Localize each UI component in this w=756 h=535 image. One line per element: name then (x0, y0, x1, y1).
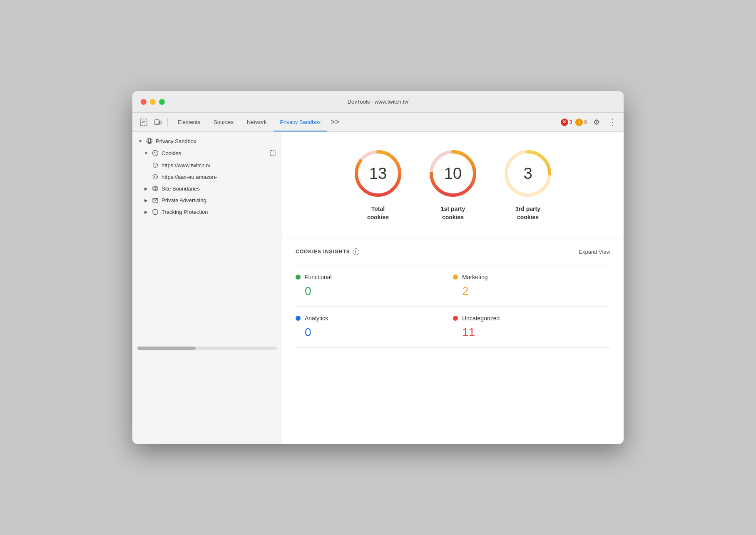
arrow-icon: ▶ (143, 197, 149, 203)
functional-header: Functional (296, 274, 453, 280)
toolbar-divider (167, 118, 168, 126)
insights-header: COOKIES INSIGHTS i Expand View (296, 248, 610, 255)
main-panel: 13 Totalcookies (282, 132, 624, 444)
minimize-button[interactable] (150, 99, 156, 105)
analytics-count: 0 (296, 326, 453, 339)
third-party-label: 3rd partycookies (515, 205, 540, 221)
arrow-icon: ▶ (143, 209, 149, 215)
arrow-icon: ▶ (143, 186, 149, 191)
sidebar-label: Tracking Protection (162, 209, 277, 215)
svg-rect-10 (270, 151, 275, 156)
cookie-icon (152, 149, 159, 157)
sidebar-item-site-boundaries[interactable]: ▶ Site Boundaries (132, 183, 282, 194)
marketing-count: 2 (453, 285, 610, 298)
titlebar: DevTools - www.twitch.tv/ (132, 91, 624, 113)
svg-point-7 (154, 152, 155, 153)
cookie-stats: 13 Totalcookies (282, 132, 624, 238)
devtools-window: DevTools - www.twitch.tv/ Elements Sourc… (132, 91, 624, 444)
cookie-icon (152, 173, 159, 181)
inspect-icon[interactable] (137, 116, 150, 129)
svg-point-8 (155, 154, 156, 154)
svg-point-6 (153, 151, 158, 156)
total-count: 13 (369, 165, 387, 183)
sidebar-item-amazon[interactable]: https://aax-eu.amazon- (132, 171, 282, 183)
uncategorized-label: Uncategorized (462, 315, 500, 322)
scrollbar-thumb (137, 347, 196, 350)
uncategorized-dot (453, 316, 458, 321)
svg-point-12 (154, 165, 155, 166)
expand-view-button[interactable]: Expand View (579, 249, 610, 255)
first-party-label: 1st partycookies (441, 205, 465, 221)
insight-analytics: Analytics 0 (296, 307, 453, 348)
svg-point-13 (156, 166, 157, 166)
maximize-button[interactable] (159, 99, 165, 105)
insights-section: COOKIES INSIGHTS i Expand View Functiona… (282, 238, 624, 358)
insights-info-icon[interactable]: i (353, 248, 359, 255)
tracking-protection-icon (152, 208, 159, 215)
sidebar: ▼ Privacy Sandbox ▼ (132, 132, 282, 444)
third-party-circle: 3 (503, 149, 553, 198)
uncategorized-count: 11 (453, 326, 610, 339)
sidebar-label: Private Advertising (162, 197, 277, 203)
more-options-button[interactable]: ⋮ (606, 116, 619, 129)
svg-point-17 (156, 177, 157, 178)
marketing-dot (453, 275, 458, 280)
insight-functional: Functional 0 (296, 265, 453, 307)
sidebar-label: Privacy Sandbox (156, 138, 277, 144)
sidebar-label: https://www.twitch.tv (162, 162, 277, 168)
first-party-count: 10 (444, 165, 462, 183)
horizontal-scrollbar[interactable] (132, 342, 282, 354)
scrollbar-track (137, 347, 277, 350)
arrow-icon: ▼ (143, 150, 149, 156)
marketing-header: Marketing (453, 274, 610, 280)
cookie-icon (152, 161, 159, 169)
total-circle: 13 (353, 149, 403, 198)
insight-marketing: Marketing 2 (453, 265, 610, 307)
marketing-label: Marketing (462, 274, 487, 280)
toolbar-tabs: Elements Sources Network Privacy Sandbox… (171, 113, 559, 131)
svg-point-15 (153, 175, 158, 179)
sidebar-item-tracking-protection[interactable]: ▶ Tracking Protection (132, 206, 282, 218)
privacy-sandbox-icon (146, 137, 153, 145)
sidebar-item-cookies[interactable]: ▼ Cookies (132, 147, 282, 159)
analytics-label: Analytics (305, 315, 328, 322)
svg-point-11 (153, 163, 158, 168)
more-tabs-button[interactable]: >> (327, 118, 343, 126)
warning-icon: ! (575, 119, 583, 126)
third-party-count: 3 (523, 165, 532, 183)
functional-label: Functional (305, 274, 332, 280)
close-button[interactable] (141, 99, 147, 105)
sidebar-item-privacy-sandbox[interactable]: ▼ Privacy Sandbox (132, 135, 282, 147)
arrow-icon: ▼ (137, 138, 143, 144)
svg-point-14 (156, 164, 156, 165)
total-cookies-stat: 13 Totalcookies (353, 149, 403, 221)
settings-button[interactable]: ⚙ (590, 116, 603, 129)
insights-title: COOKIES INSIGHTS i (296, 248, 359, 255)
sidebar-item-twitch[interactable]: https://www.twitch.tv (132, 159, 282, 171)
sidebar-label: Site Boundaries (162, 186, 277, 192)
tab-network[interactable]: Network (240, 113, 274, 131)
device-icon[interactable] (152, 116, 164, 129)
functional-count: 0 (296, 285, 453, 298)
window-title: DevTools - www.twitch.tv/ (348, 99, 409, 105)
insights-grid: Functional 0 Marketing 2 (296, 265, 610, 348)
sidebar-item-private-advertising[interactable]: ▶ Private Advertising (132, 194, 282, 206)
tab-elements[interactable]: Elements (171, 113, 207, 131)
analytics-dot (296, 316, 301, 321)
toolbar-right: ✕ 3 ! 6 ⚙ ⋮ (561, 116, 619, 129)
sidebar-label: https://aax-eu.amazon- (162, 174, 277, 180)
third-party-stat: 3 3rd partycookies (503, 149, 553, 221)
functional-dot (296, 275, 301, 280)
select-icon[interactable] (269, 149, 277, 157)
first-party-stat: 10 1st partycookies (428, 149, 478, 221)
error-badge[interactable]: ✕ 3 (561, 119, 572, 126)
tab-sources[interactable]: Sources (207, 113, 240, 131)
total-label: Totalcookies (367, 205, 389, 221)
private-advertising-icon (152, 196, 159, 204)
warning-badge[interactable]: ! 6 (575, 119, 587, 126)
error-icon: ✕ (561, 119, 568, 126)
main-content: ▼ Privacy Sandbox ▼ (132, 132, 624, 444)
site-boundaries-icon (152, 185, 159, 192)
uncategorized-header: Uncategorized (453, 315, 610, 322)
tab-privacy-sandbox[interactable]: Privacy Sandbox (274, 113, 328, 131)
